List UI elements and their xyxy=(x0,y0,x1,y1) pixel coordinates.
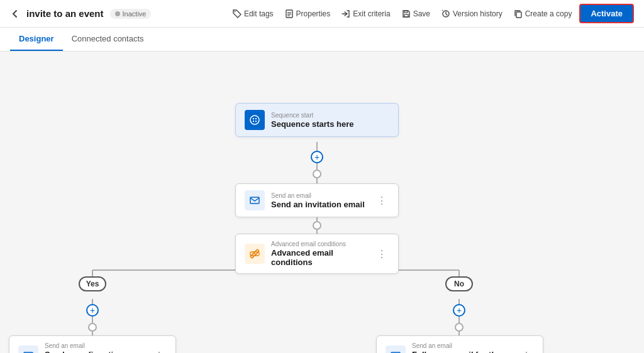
edit-tags-button[interactable]: Edit tags xyxy=(229,7,277,21)
condition-icon xyxy=(245,244,265,264)
start-node-title: Sequence starts here xyxy=(271,119,389,129)
svg-point-27 xyxy=(250,116,259,124)
left-email-text: Send an email Send a confirmation email xyxy=(45,342,145,353)
condition-node-text: Advanced email conditions Advanced email… xyxy=(271,241,368,267)
condition-node-label: Advanced email conditions xyxy=(271,241,368,247)
svg-rect-8 xyxy=(516,12,521,18)
plus-right-branch[interactable]: + xyxy=(453,304,465,317)
yes-label: Yes xyxy=(79,276,106,291)
header-right: Edit tags Properties Exit criteria xyxy=(229,4,634,23)
canvas: Sequence start Sequence starts here + Se… xyxy=(0,52,644,353)
version-history-label: Version history xyxy=(453,9,502,18)
left-email-icon xyxy=(18,345,38,353)
left-email-title: Send a confirmation email xyxy=(45,350,145,353)
svg-rect-28 xyxy=(250,197,259,204)
start-icon xyxy=(245,110,265,130)
condition-node: Advanced email conditions Advanced email… xyxy=(235,234,399,274)
circle-left xyxy=(88,323,97,332)
properties-label: Properties xyxy=(296,9,331,18)
save-icon xyxy=(402,9,411,18)
edit-tags-label: Edit tags xyxy=(244,9,274,18)
svg-rect-6 xyxy=(404,11,408,13)
condition-node-title: Advanced email conditions xyxy=(271,248,368,267)
exit-criteria-label: Exit criteria xyxy=(353,9,390,18)
email-icon-1 xyxy=(245,190,265,210)
properties-button[interactable]: Properties xyxy=(281,7,335,21)
right-email-node: Send an email Follow up email for the ev… xyxy=(376,335,543,353)
create-copy-label: Create a copy xyxy=(525,9,572,18)
create-copy-button[interactable]: Create a copy xyxy=(510,7,576,21)
right-email-icon xyxy=(386,345,406,353)
save-button[interactable]: Save xyxy=(398,7,434,21)
circle-2 xyxy=(313,221,321,230)
right-email-label: Send an email xyxy=(412,342,513,349)
circle-right xyxy=(455,323,464,332)
status-badge: Inactive xyxy=(110,9,152,19)
plus-after-start[interactable]: + xyxy=(311,151,323,163)
right-email-text: Send an email Follow up email for the ev… xyxy=(412,342,513,353)
start-node-label: Sequence start xyxy=(271,112,389,119)
exit-icon xyxy=(341,9,350,18)
exit-criteria-button[interactable]: Exit criteria xyxy=(338,7,394,21)
header: invite to an event Inactive Edit tags Pr… xyxy=(0,0,644,28)
tab-connected-contacts[interactable]: Connected contacts xyxy=(63,28,153,51)
right-email-menu[interactable]: ⋮ xyxy=(519,350,534,354)
email-node-1-title: Send an invitation email xyxy=(271,200,368,209)
circle-1 xyxy=(313,170,321,178)
no-label: No xyxy=(445,276,473,291)
email-node-1-menu[interactable]: ⋮ xyxy=(374,195,389,207)
left-email-node: Send an email Send a confirmation email … xyxy=(9,335,176,353)
condition-node-menu[interactable]: ⋮ xyxy=(374,248,389,260)
save-label: Save xyxy=(413,9,430,18)
start-node: Sequence start Sequence starts here xyxy=(235,103,399,137)
page-title: invite to an event xyxy=(26,8,104,19)
plus-left-branch[interactable]: + xyxy=(86,304,99,317)
svg-point-0 xyxy=(234,11,235,12)
status-dot xyxy=(115,11,120,16)
left-email-label: Send an email xyxy=(45,342,145,349)
header-left: invite to an event Inactive xyxy=(10,8,151,19)
email-node-1-label: Send an email xyxy=(271,192,368,199)
version-history-button[interactable]: Version history xyxy=(438,7,506,21)
tab-designer[interactable]: Designer xyxy=(10,28,63,51)
tag-icon xyxy=(233,9,242,18)
activate-button[interactable]: Activate xyxy=(579,4,634,23)
back-button[interactable] xyxy=(10,9,20,19)
email-node-1-text: Send an email Send an invitation email xyxy=(271,192,368,209)
left-email-menu[interactable]: ⋮ xyxy=(152,350,167,354)
tabs: Designer Connected contacts xyxy=(0,28,644,52)
history-icon xyxy=(441,9,450,18)
right-email-title: Follow up email for the event xyxy=(412,350,513,353)
start-node-text: Sequence start Sequence starts here xyxy=(271,112,389,129)
doc-icon xyxy=(285,9,294,18)
status-label: Inactive xyxy=(123,10,147,18)
copy-icon xyxy=(514,9,523,18)
email-node-1: Send an email Send an invitation email ⋮ xyxy=(235,183,399,217)
